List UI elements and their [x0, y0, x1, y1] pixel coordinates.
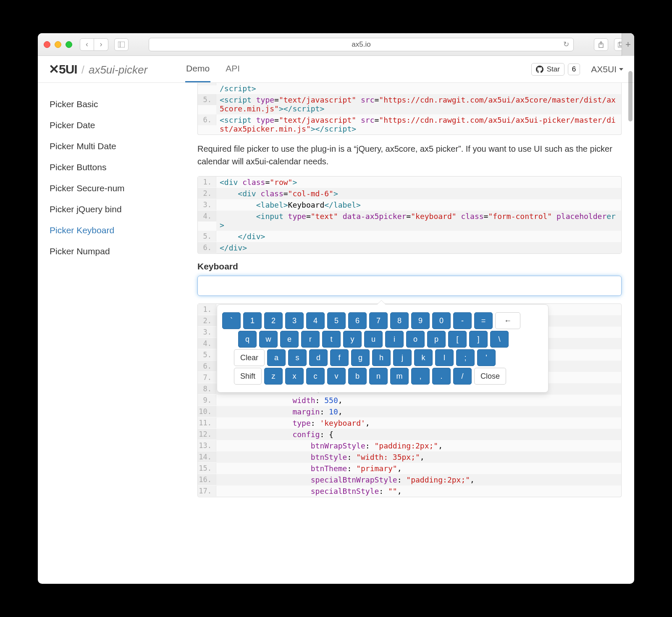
keyboard-input[interactable]	[197, 276, 622, 296]
brand[interactable]: ✕5UI / ax5ui-picker	[49, 62, 147, 76]
sidebar-item[interactable]: Picker Multi Date	[50, 136, 193, 157]
main-content: /script> 5.<script type="text/javascript…	[193, 83, 634, 584]
github-star-label: Star	[547, 65, 560, 74]
url-text: ax5.io	[352, 40, 370, 49]
keyboard-key[interactable]: 8	[390, 312, 409, 329]
ax5ui-dropdown[interactable]: AX5UI	[591, 64, 623, 74]
keyboard-key[interactable]: '	[477, 349, 496, 366]
share-button[interactable]	[594, 38, 608, 51]
keyboard-key[interactable]: k	[414, 349, 433, 366]
address-bar[interactable]: ax5.io ↻	[149, 38, 574, 51]
backspace-key[interactable]: ←	[495, 312, 520, 329]
keyboard-key[interactable]: r	[301, 331, 320, 348]
keyboard-key[interactable]: c	[306, 368, 325, 385]
keyboard-key[interactable]: m	[390, 368, 409, 385]
keyboard-key[interactable]: \	[490, 331, 509, 348]
keyboard-key[interactable]: y	[343, 331, 362, 348]
keyboard-label: Keyboard	[197, 261, 622, 272]
window-controls	[44, 41, 72, 48]
keyboard-key[interactable]: g	[351, 349, 370, 366]
keyboard-key[interactable]: 7	[369, 312, 388, 329]
keyboard-key[interactable]: b	[348, 368, 367, 385]
clear-key[interactable]: Clear	[234, 349, 265, 366]
close-window-icon[interactable]	[44, 41, 50, 48]
sidebar-item[interactable]: Picker Keyboard	[50, 220, 193, 241]
keyboard-key[interactable]: 5	[327, 312, 346, 329]
keyboard-key[interactable]: p	[427, 331, 446, 348]
brand-sub: ax5ui-picker	[89, 63, 147, 76]
keyboard-key[interactable]: s	[288, 349, 307, 366]
keyboard-key[interactable]: j	[393, 349, 412, 366]
keyboard-key[interactable]: f	[330, 349, 349, 366]
keyboard-key[interactable]: 1	[243, 312, 262, 329]
sidebar-item[interactable]: Picker Date	[50, 115, 193, 136]
browser-window: ‹ › ax5.io ↻ + ✕5UI / ax5ui-picker Demo …	[38, 33, 634, 584]
keyboard-key[interactable]: 6	[348, 312, 367, 329]
new-tab-button[interactable]: +	[622, 33, 634, 56]
sidebar-item[interactable]: Picker Basic	[50, 94, 193, 115]
keyboard-key[interactable]: `	[222, 312, 241, 329]
scrollbar[interactable]	[628, 71, 633, 121]
keyboard-key[interactable]: /	[453, 368, 472, 385]
keyboard-key[interactable]: ]	[469, 331, 488, 348]
sidebar-toggle-button[interactable]	[114, 38, 129, 51]
description-paragraph: Required file picker to use the plug-in …	[197, 142, 622, 168]
keyboard-key[interactable]: -	[453, 312, 472, 329]
keyboard-key[interactable]: x	[285, 368, 304, 385]
sidebar-item[interactable]: Picker Buttons	[50, 157, 193, 178]
sidebar-item[interactable]: Picker Numpad	[50, 241, 193, 262]
keyboard-key[interactable]: 0	[432, 312, 451, 329]
code-block-markup: 1.<div class="row"> 2. <div class="col-m…	[197, 176, 622, 254]
keyboard-key[interactable]: 9	[411, 312, 430, 329]
keyboard-key[interactable]: q	[238, 331, 257, 348]
titlebar: ‹ › ax5.io ↻ +	[38, 33, 634, 56]
svg-rect-0	[118, 42, 125, 47]
keyboard-key[interactable]: .	[432, 368, 451, 385]
brand-logo: ✕5UI	[49, 62, 77, 76]
sidebar-item[interactable]: Picker jQuery bind	[50, 199, 193, 220]
keyboard-key[interactable]: d	[309, 349, 328, 366]
keyboard-key[interactable]: [	[448, 331, 467, 348]
keyboard-key[interactable]: u	[364, 331, 383, 348]
close-key[interactable]: Close	[474, 368, 506, 385]
keyboard-key[interactable]: i	[385, 331, 404, 348]
keyboard-key[interactable]: l	[435, 349, 454, 366]
keyboard-key[interactable]: v	[327, 368, 346, 385]
nav-links: Demo API	[185, 56, 241, 82]
sidebar-item[interactable]: Picker Secure-num	[50, 178, 193, 199]
dropdown-label: AX5UI	[591, 64, 617, 74]
nav-demo[interactable]: Demo	[185, 56, 210, 82]
keyboard-key[interactable]: h	[372, 349, 391, 366]
page-body: Picker BasicPicker DatePicker Multi Date…	[38, 83, 634, 584]
shift-key[interactable]: Shift	[234, 368, 262, 385]
keyboard-popover: `1234567890-=← qwertyuiop[]\ Clearasdfgh…	[217, 304, 549, 393]
keyboard-key[interactable]: 4	[306, 312, 325, 329]
keyboard-key[interactable]: w	[259, 331, 278, 348]
keyboard-key[interactable]: n	[369, 368, 388, 385]
keyboard-key[interactable]: o	[406, 331, 425, 348]
keyboard-key[interactable]: =	[474, 312, 493, 329]
minimize-window-icon[interactable]	[55, 41, 61, 48]
keyboard-key[interactable]: ,	[411, 368, 430, 385]
github-star-button[interactable]: Star	[531, 63, 564, 76]
zoom-window-icon[interactable]	[66, 41, 72, 48]
code-block-includes: /script> 5.<script type="text/javascript…	[197, 83, 622, 135]
chevron-down-icon	[619, 68, 623, 71]
keyboard-key[interactable]: ;	[456, 349, 475, 366]
keyboard-key[interactable]: a	[267, 349, 286, 366]
forward-button[interactable]: ›	[94, 38, 108, 51]
keyboard-key[interactable]: e	[280, 331, 299, 348]
keyboard-key[interactable]: 3	[285, 312, 304, 329]
github-star-count[interactable]: 6	[568, 63, 580, 75]
keyboard-key[interactable]: z	[264, 368, 283, 385]
sidebar: Picker BasicPicker DatePicker Multi Date…	[38, 83, 193, 584]
reload-icon[interactable]: ↻	[563, 40, 569, 49]
keyboard-key[interactable]: 2	[264, 312, 283, 329]
back-button[interactable]: ‹	[80, 38, 94, 51]
keyboard-key[interactable]: t	[322, 331, 341, 348]
nav-right: Star 6 AX5UI	[531, 63, 623, 76]
nav-buttons: ‹ ›	[80, 38, 108, 51]
nav-api[interactable]: API	[225, 56, 241, 82]
site-navbar: ✕5UI / ax5ui-picker Demo API Star 6 AX5U…	[38, 56, 634, 83]
brand-slash: /	[81, 63, 84, 76]
